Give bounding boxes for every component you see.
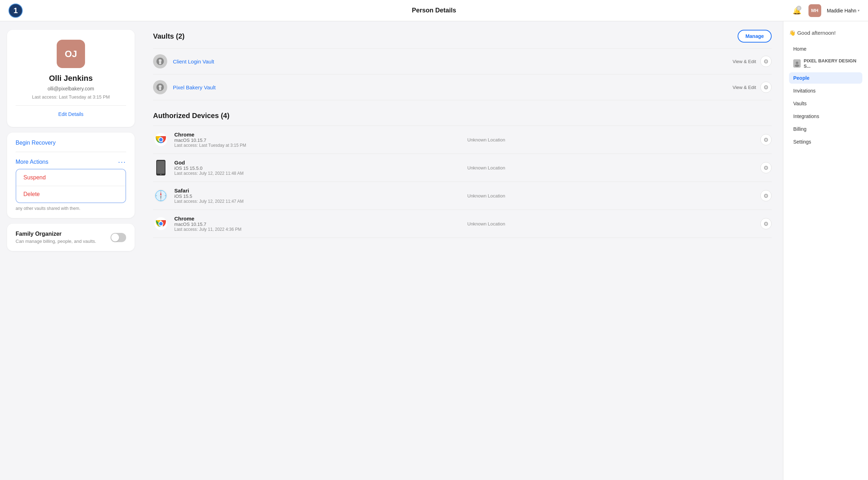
device-os: macOS 10.15.7 bbox=[174, 138, 462, 143]
vault-gear-button[interactable]: ⚙ bbox=[760, 56, 772, 67]
device-info: Chrome macOS 10.15.7 Last access: July 1… bbox=[174, 216, 462, 232]
card-divider bbox=[16, 105, 126, 106]
device-os: macOS 10.15.7 bbox=[174, 222, 462, 227]
vaults-title: Vaults (2) bbox=[153, 32, 185, 40]
device-location: Unknown Location bbox=[467, 193, 755, 199]
vault-actions: View & Edit ⚙ bbox=[733, 82, 772, 93]
device-os: iOS 15 15.5.0 bbox=[174, 166, 462, 171]
sidebar-item-billing[interactable]: Billing bbox=[789, 123, 862, 135]
app-logo: 1 bbox=[9, 4, 23, 18]
vault-item: Client Login Vault View & Edit ⚙ bbox=[153, 49, 772, 74]
more-actions-header[interactable]: More Actions ··· bbox=[16, 152, 126, 166]
device-name: Chrome bbox=[174, 216, 462, 222]
notification-count: 0 bbox=[796, 6, 801, 11]
sidebar-item-integrations[interactable]: Integrations bbox=[789, 111, 862, 122]
vault-permission: View & Edit bbox=[733, 59, 756, 64]
main-layout: OJ Olli Jenkins olli@pixelbakery.com Las… bbox=[0, 21, 868, 480]
sidebar-item-people[interactable]: People bbox=[789, 72, 862, 84]
svg-point-29 bbox=[795, 65, 799, 67]
begin-recovery-button[interactable]: Begin Recovery bbox=[16, 140, 126, 152]
device-name: Safari bbox=[174, 188, 462, 194]
greeting-text: 👋 Good afternoon! bbox=[789, 30, 862, 36]
more-actions-dropdown: Suspend Delete bbox=[16, 169, 126, 203]
devices-title: Authorized Devices (4) bbox=[153, 112, 230, 120]
delete-button[interactable]: Delete bbox=[16, 186, 125, 202]
org-label: PIXEL BAKERY DESIGN S... bbox=[789, 56, 862, 71]
vault-name[interactable]: Client Login Vault bbox=[173, 58, 727, 65]
devices-section-header: Authorized Devices (4) bbox=[153, 112, 772, 120]
person-email: olli@pixelbakery.com bbox=[47, 86, 94, 91]
person-avatar: OJ bbox=[57, 40, 85, 68]
device-last-access: Last access: July 11, 2022 4:36 PM bbox=[174, 227, 462, 232]
device-name: God bbox=[174, 160, 462, 166]
more-actions-label: More Actions bbox=[16, 159, 48, 165]
family-organizer-card: Family Organizer Can manage billing, peo… bbox=[7, 224, 135, 251]
svg-point-11 bbox=[159, 138, 163, 141]
user-avatar: MH bbox=[808, 4, 821, 17]
svg-point-26 bbox=[159, 222, 163, 225]
device-location: Unknown Location bbox=[467, 165, 755, 171]
dropdown-note: any other vaults shared with them. bbox=[16, 206, 126, 211]
page-title: Person Details bbox=[412, 7, 456, 14]
svg-rect-5 bbox=[159, 88, 161, 90]
vault-name[interactable]: Pixel Bakery Vault bbox=[173, 84, 727, 90]
suspend-button[interactable]: Suspend bbox=[16, 169, 125, 186]
vault-icon bbox=[153, 80, 167, 94]
sidebar-item-settings[interactable]: Settings bbox=[789, 136, 862, 147]
more-actions-dots-icon[interactable]: ··· bbox=[118, 158, 126, 166]
device-item: God iOS 15 15.5.0 Last access: July 12, … bbox=[153, 154, 772, 182]
svg-rect-2 bbox=[159, 62, 161, 64]
header-right: 🔔 0 MH Maddie Hahn ▾ bbox=[791, 4, 859, 17]
svg-point-4 bbox=[159, 85, 162, 88]
toggle-knob bbox=[111, 234, 119, 241]
main-content: Vaults (2) Manage Client Login Vault Vie… bbox=[142, 21, 783, 480]
device-last-access: Last access: Last Tuesday at 3:15 PM bbox=[174, 143, 462, 148]
user-name-button[interactable]: Maddie Hahn ▾ bbox=[827, 8, 859, 13]
vault-item: Pixel Bakery Vault View & Edit ⚙ bbox=[153, 74, 772, 100]
family-organizer-toggle[interactable] bbox=[111, 233, 126, 242]
device-os: iOS 15.5 bbox=[174, 194, 462, 199]
top-header: 1 Person Details 🔔 0 MH Maddie Hahn ▾ bbox=[0, 0, 868, 21]
vault-gear-button[interactable]: ⚙ bbox=[760, 82, 772, 93]
sidebar-item-invitations[interactable]: Invitations bbox=[789, 85, 862, 96]
org-name: PIXEL BAKERY DESIGN S... bbox=[804, 58, 858, 69]
device-list: Chrome macOS 10.15.7 Last access: Last T… bbox=[153, 125, 772, 238]
device-name: Chrome bbox=[174, 132, 462, 138]
chrome-icon bbox=[153, 216, 169, 231]
vault-permission: View & Edit bbox=[733, 85, 756, 90]
family-organizer-desc: Can manage billing, people, and vaults. bbox=[16, 239, 96, 244]
vaults-section-header: Vaults (2) Manage bbox=[153, 30, 772, 43]
vault-list: Client Login Vault View & Edit ⚙ Pixel B… bbox=[153, 48, 772, 100]
family-card-header: Family Organizer Can manage billing, peo… bbox=[16, 231, 126, 244]
device-info: Chrome macOS 10.15.7 Last access: Last T… bbox=[174, 132, 462, 148]
device-gear-button[interactable]: ⚙ bbox=[760, 162, 772, 173]
chevron-down-icon: ▾ bbox=[858, 9, 859, 12]
edit-details-button[interactable]: Edit Details bbox=[58, 111, 84, 117]
chrome-icon bbox=[153, 132, 169, 147]
person-card: OJ Olli Jenkins olli@pixelbakery.com Las… bbox=[7, 30, 135, 127]
sidebar-item-vaults[interactable]: Vaults bbox=[789, 98, 862, 109]
device-item: Chrome macOS 10.15.7 Last access: July 1… bbox=[153, 210, 772, 238]
vault-icon bbox=[153, 54, 167, 68]
left-panel: OJ Olli Jenkins olli@pixelbakery.com Las… bbox=[0, 21, 142, 480]
device-gear-button[interactable]: ⚙ bbox=[760, 218, 772, 229]
svg-point-1 bbox=[159, 59, 162, 62]
manage-vaults-button[interactable]: Manage bbox=[738, 30, 772, 43]
device-gear-button[interactable]: ⚙ bbox=[760, 134, 772, 145]
right-sidebar: 👋 Good afternoon! Home PIXEL BAKERY DESI… bbox=[783, 21, 868, 480]
sidebar-item-home[interactable]: Home bbox=[789, 43, 862, 55]
vault-actions: View & Edit ⚙ bbox=[733, 56, 772, 67]
svg-rect-13 bbox=[157, 161, 165, 174]
device-last-access: Last access: July 12, 2022 11:47 AM bbox=[174, 199, 462, 204]
action-card: Begin Recovery More Actions ··· Suspend … bbox=[7, 133, 135, 218]
family-organizer-title: Family Organizer bbox=[16, 231, 96, 237]
notification-bell[interactable]: 🔔 0 bbox=[791, 5, 803, 16]
device-item: Chrome macOS 10.15.7 Last access: Last T… bbox=[153, 126, 772, 154]
device-gear-button[interactable]: ⚙ bbox=[760, 190, 772, 201]
safari-icon bbox=[153, 188, 169, 203]
person-name: Olli Jenkins bbox=[49, 74, 93, 83]
device-location: Unknown Location bbox=[467, 137, 755, 143]
device-info: God iOS 15 15.5.0 Last access: July 12, … bbox=[174, 160, 462, 176]
phone-icon bbox=[153, 160, 169, 175]
device-info: Safari iOS 15.5 Last access: July 12, 20… bbox=[174, 188, 462, 204]
